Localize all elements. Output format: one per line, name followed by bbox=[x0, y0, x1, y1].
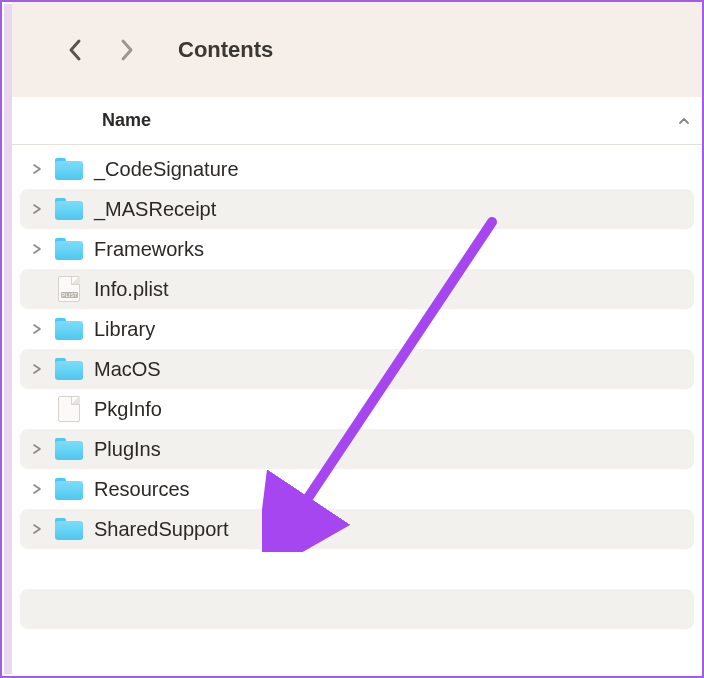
item-name-label: _MASReceipt bbox=[92, 198, 216, 221]
disclosure-triangle[interactable] bbox=[28, 363, 46, 375]
folder-icon bbox=[52, 158, 86, 180]
location-title[interactable]: Contents bbox=[178, 37, 273, 63]
disclosure-triangle[interactable] bbox=[28, 163, 46, 175]
chevron-right-icon bbox=[118, 37, 136, 63]
plist-file-icon: PLIST bbox=[52, 276, 86, 302]
list-item[interactable]: PlugIns bbox=[20, 429, 694, 469]
folder-icon bbox=[52, 478, 86, 500]
item-name-label: _CodeSignature bbox=[92, 158, 239, 181]
disclosure-triangle[interactable] bbox=[28, 243, 46, 255]
item-name-label: SharedSupport bbox=[92, 518, 229, 541]
chevron-right-icon bbox=[32, 523, 42, 535]
list-item[interactable]: SharedSupport bbox=[20, 509, 694, 549]
chevron-right-icon bbox=[32, 363, 42, 375]
window-left-edge bbox=[4, 4, 12, 674]
chevron-right-icon bbox=[32, 163, 42, 175]
disclosure-triangle[interactable] bbox=[28, 443, 46, 455]
item-name-label: Frameworks bbox=[92, 238, 204, 261]
list-item[interactable]: _CodeSignature bbox=[20, 149, 694, 189]
list-item[interactable]: MacOS bbox=[20, 349, 694, 389]
list-item[interactable]: Library bbox=[20, 309, 694, 349]
sort-indicator[interactable] bbox=[666, 114, 702, 128]
list-item[interactable]: Frameworks bbox=[20, 229, 694, 269]
list-item[interactable]: Resources bbox=[20, 469, 694, 509]
column-header-row: Name bbox=[12, 97, 702, 145]
folder-icon bbox=[52, 438, 86, 460]
list-item[interactable]: PLISTInfo.plist bbox=[20, 269, 694, 309]
folder-icon bbox=[52, 358, 86, 380]
chevron-up-icon bbox=[677, 114, 691, 128]
disclosure-triangle[interactable] bbox=[28, 323, 46, 335]
list-item[interactable]: _MASReceipt bbox=[20, 189, 694, 229]
folder-icon bbox=[52, 518, 86, 540]
chevron-left-icon bbox=[66, 37, 84, 63]
empty-row bbox=[20, 549, 694, 589]
item-name-label: PlugIns bbox=[92, 438, 161, 461]
folder-icon bbox=[52, 198, 86, 220]
item-name-label: MacOS bbox=[92, 358, 161, 381]
chevron-right-icon bbox=[32, 323, 42, 335]
disclosure-triangle[interactable] bbox=[28, 483, 46, 495]
chevron-right-icon bbox=[32, 243, 42, 255]
disclosure-triangle[interactable] bbox=[28, 203, 46, 215]
back-button[interactable] bbox=[60, 35, 90, 65]
item-name-label: Resources bbox=[92, 478, 190, 501]
folder-icon bbox=[52, 318, 86, 340]
disclosure-triangle[interactable] bbox=[28, 523, 46, 535]
column-header-name[interactable]: Name bbox=[12, 110, 666, 131]
file-icon bbox=[52, 396, 86, 422]
list-item[interactable]: PkgInfo bbox=[20, 389, 694, 429]
file-list: _CodeSignature_MASReceiptFrameworksPLIST… bbox=[12, 145, 702, 629]
chevron-right-icon bbox=[32, 443, 42, 455]
item-name-label: PkgInfo bbox=[92, 398, 162, 421]
forward-button[interactable] bbox=[112, 35, 142, 65]
folder-icon bbox=[52, 238, 86, 260]
toolbar: Contents bbox=[12, 2, 702, 97]
item-name-label: Library bbox=[92, 318, 155, 341]
empty-row bbox=[20, 589, 694, 629]
chevron-right-icon bbox=[32, 483, 42, 495]
chevron-right-icon bbox=[32, 203, 42, 215]
item-name-label: Info.plist bbox=[92, 278, 168, 301]
